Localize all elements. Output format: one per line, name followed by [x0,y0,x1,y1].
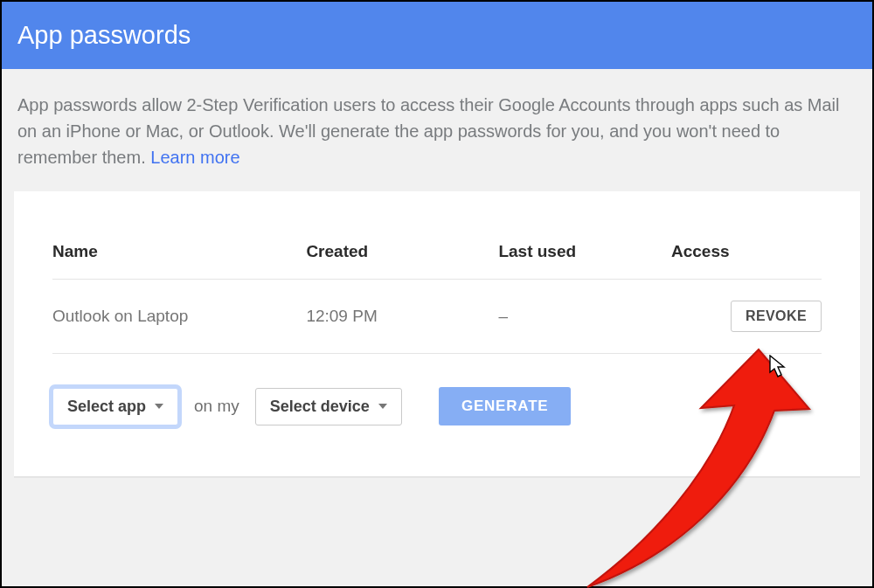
footer-spacer [14,477,860,512]
select-app-dropdown[interactable]: Select app [52,388,178,425]
revoke-button[interactable]: REVOKE [731,301,822,332]
description-text: App passwords allow 2-Step Verification … [2,69,872,191]
column-header-created: Created [306,242,498,280]
column-header-name: Name [52,242,306,280]
table-row: Outlook on Laptop 12:09 PM – REVOKE [52,280,822,354]
select-app-label: Select app [67,398,146,416]
cell-name: Outlook on Laptop [52,280,306,354]
app-passwords-table: Name Created Last used Access Outlook on… [52,242,822,354]
on-my-label: on my [194,397,239,416]
select-device-label: Select device [270,398,370,416]
page-title: App passwords [17,21,191,49]
column-header-last-used: Last used [498,242,668,280]
chevron-down-icon [378,404,387,409]
cell-created: 12:09 PM [306,280,498,354]
cell-last-used: – [498,280,668,354]
app-passwords-card: Name Created Last used Access Outlook on… [14,191,860,477]
header-bar: App passwords [2,2,872,69]
select-device-dropdown[interactable]: Select device [255,388,402,425]
chevron-down-icon [155,404,163,409]
generate-button[interactable]: GENERATE [439,387,572,425]
column-header-access: Access [668,242,822,280]
learn-more-link[interactable]: Learn more [150,148,239,167]
description-body: App passwords allow 2-Step Verification … [17,95,840,167]
generate-controls: Select app on my Select device GENERATE [52,387,822,425]
